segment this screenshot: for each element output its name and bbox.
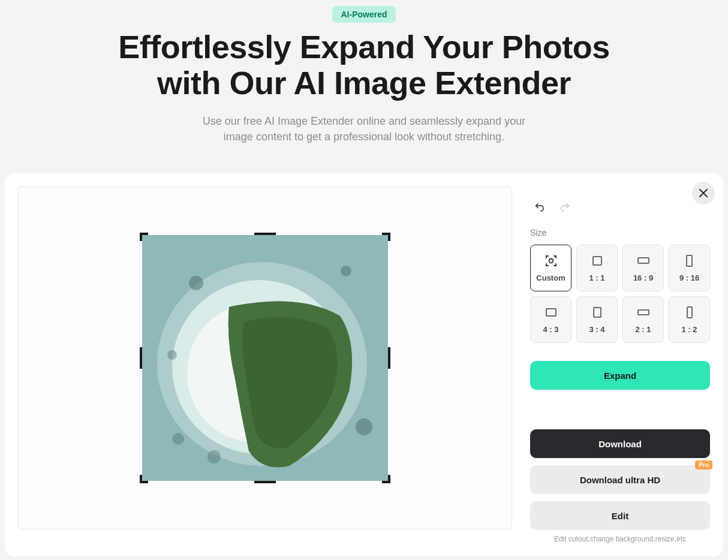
size-option-custom[interactable]: Custom <box>530 245 571 291</box>
svg-point-8 <box>167 350 177 360</box>
download-ultra-hd-button[interactable]: Download ultra HD Pro <box>530 465 710 494</box>
svg-point-5 <box>341 266 351 276</box>
download-button[interactable]: Download <box>530 429 710 458</box>
hero-subtitle: Use our free AI Image Extender online an… <box>190 113 538 144</box>
crop-handle-right[interactable] <box>388 347 390 369</box>
size-option-label: 1 : 2 <box>681 325 697 334</box>
ratio-16-9-icon <box>637 254 650 267</box>
size-option-label: 3 : 4 <box>589 325 604 334</box>
size-option-2-1[interactable]: 2 : 1 <box>622 296 664 343</box>
edit-button[interactable]: Edit <box>530 501 710 530</box>
download-ultra-hd-label: Download ultra HD <box>580 475 660 485</box>
hero-title: Effortlessly Expand Your Photos with Our… <box>118 29 610 101</box>
ratio-1-2-icon <box>683 306 696 319</box>
size-options-grid: Custom 1 : 1 16 : 9 9 : 16 4 : 3 3 : 4 <box>530 245 710 343</box>
size-label: Size <box>530 228 710 237</box>
edit-hint-text: Edit cutout,change background,resize,etc <box>530 535 710 543</box>
crop-handle-left[interactable] <box>140 347 142 369</box>
size-option-label: 4 : 3 <box>543 325 558 334</box>
undo-button[interactable] <box>533 200 546 215</box>
size-option-label: 1 : 1 <box>589 273 604 282</box>
ratio-1-1-icon <box>591 254 604 267</box>
redo-icon <box>560 201 571 212</box>
ai-powered-badge: AI-Powered <box>332 6 395 23</box>
crop-handle-top-left[interactable] <box>140 233 148 241</box>
size-option-4-3[interactable]: 4 : 3 <box>530 296 571 343</box>
editor-card: Size Custom 1 : 1 16 : 9 9 : 16 <box>5 173 723 556</box>
side-panel: Size Custom 1 : 1 16 : 9 9 : 16 <box>530 186 710 543</box>
crop-handle-top-right[interactable] <box>382 233 390 241</box>
image-canvas[interactable] <box>18 186 512 529</box>
size-option-1-2[interactable]: 1 : 2 <box>669 296 710 343</box>
svg-point-6 <box>356 419 372 435</box>
svg-point-7 <box>172 433 184 445</box>
svg-point-9 <box>207 450 221 463</box>
size-option-label: 9 : 16 <box>679 273 699 282</box>
size-option-1-1[interactable]: 1 : 1 <box>576 245 618 291</box>
custom-crop-icon <box>545 254 558 267</box>
close-icon <box>699 189 708 197</box>
close-button[interactable] <box>692 182 715 204</box>
pro-badge: Pro <box>695 460 712 469</box>
hero-section: AI-Powered Effortlessly Expand Your Phot… <box>0 0 728 162</box>
image-crop-frame[interactable] <box>142 235 388 481</box>
size-option-9-16[interactable]: 9 : 16 <box>669 245 710 291</box>
svg-point-4 <box>189 276 203 290</box>
ratio-9-16-icon <box>683 254 696 267</box>
svg-point-10 <box>549 258 553 263</box>
redo-button[interactable] <box>559 200 572 215</box>
expand-button[interactable]: Expand <box>530 361 710 390</box>
size-option-3-4[interactable]: 3 : 4 <box>576 296 618 343</box>
crop-handle-bottom-right[interactable] <box>382 475 390 483</box>
crop-handle-bottom[interactable] <box>254 481 276 483</box>
size-option-label: 2 : 1 <box>635 325 651 334</box>
ratio-2-1-icon <box>637 306 650 319</box>
ratio-3-4-icon <box>591 306 604 319</box>
size-option-16-9[interactable]: 16 : 9 <box>622 245 664 291</box>
ratio-4-3-icon <box>545 306 558 319</box>
aerial-island-image <box>142 235 388 481</box>
size-option-label: Custom <box>536 273 565 282</box>
crop-handle-top[interactable] <box>254 233 276 235</box>
size-option-label: 16 : 9 <box>633 273 653 282</box>
undo-icon <box>534 201 545 212</box>
crop-handle-bottom-left[interactable] <box>140 475 148 483</box>
